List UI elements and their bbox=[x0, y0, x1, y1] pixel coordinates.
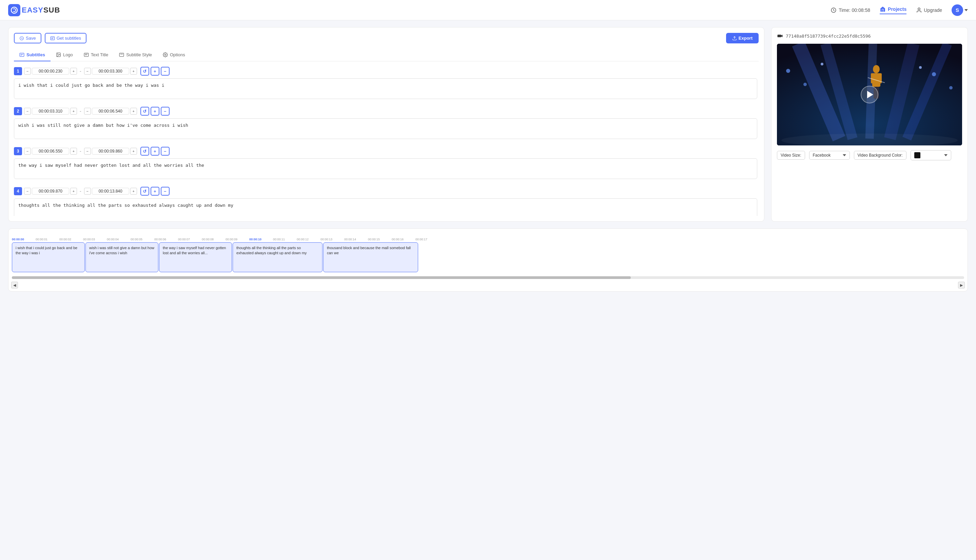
timeline-scrollbar[interactable] bbox=[12, 276, 964, 279]
end-decrease-btn[interactable]: − bbox=[84, 188, 91, 195]
start-time-control: − + bbox=[24, 148, 77, 155]
start-time-input[interactable] bbox=[32, 148, 69, 155]
timeline-track[interactable]: thousand block and because the mall some… bbox=[323, 242, 418, 272]
svg-point-37 bbox=[932, 72, 936, 76]
start-decrease-btn[interactable]: − bbox=[24, 148, 31, 155]
subtitle-timing-row: 3 − + - − + ↺ + − bbox=[14, 147, 757, 156]
end-time-input[interactable] bbox=[92, 108, 129, 115]
start-increase-btn[interactable]: + bbox=[70, 148, 77, 155]
avatar-letter: S bbox=[956, 7, 959, 13]
subtitle-list: 1 − + - − + ↺ + − i wish that i could ju… bbox=[14, 67, 759, 216]
timeline-track-text: wish i was still not give a damn but how… bbox=[89, 245, 155, 256]
logo-text: EASYSUB bbox=[22, 6, 60, 15]
logo[interactable]: EASYSUB bbox=[8, 4, 60, 16]
refresh-timing-btn[interactable]: ↺ bbox=[140, 107, 149, 116]
timeline-nav-left[interactable]: ◀ bbox=[11, 282, 18, 288]
video-size-label-text: Video Size: bbox=[781, 153, 801, 158]
start-increase-btn[interactable]: + bbox=[70, 188, 77, 195]
get-subtitles-label: Get subtitles bbox=[57, 36, 81, 41]
remove-subtitle-btn[interactable]: − bbox=[161, 107, 170, 116]
end-time-input[interactable] bbox=[92, 188, 129, 195]
svg-point-36 bbox=[803, 83, 807, 86]
ruler-mark: 00:00:06 bbox=[154, 238, 178, 241]
logo-tab-icon bbox=[56, 52, 61, 57]
end-decrease-btn[interactable]: − bbox=[84, 148, 91, 155]
video-bg-color-select[interactable] bbox=[911, 150, 951, 160]
remove-subtitle-btn[interactable]: − bbox=[161, 187, 170, 196]
svg-point-0 bbox=[11, 7, 17, 13]
subtitles-icon bbox=[50, 36, 55, 41]
subtitle-number: 1 bbox=[14, 67, 22, 75]
subtitle-item: 3 − + - − + ↺ + − the way i saw myself h… bbox=[14, 147, 757, 180]
video-size-select[interactable]: Facebook bbox=[809, 151, 850, 160]
start-decrease-btn[interactable]: − bbox=[24, 68, 31, 75]
subtitle-textarea[interactable]: the way i saw myself had never gotten lo… bbox=[14, 158, 757, 179]
subtitle-item: 4 − + - − + ↺ + − thoughts all the think… bbox=[14, 187, 757, 216]
play-button[interactable] bbox=[861, 86, 878, 103]
end-increase-btn[interactable]: + bbox=[130, 68, 137, 75]
color-select-chevron-icon bbox=[944, 154, 948, 156]
start-decrease-btn[interactable]: − bbox=[24, 108, 31, 115]
ruler-mark: 00:00:15 bbox=[368, 238, 392, 241]
end-time-control: − + bbox=[84, 68, 137, 75]
end-decrease-btn[interactable]: − bbox=[84, 108, 91, 115]
subtitle-number: 3 bbox=[14, 147, 22, 155]
end-time-input[interactable] bbox=[92, 68, 129, 75]
refresh-timing-btn[interactable]: ↺ bbox=[140, 67, 149, 76]
start-time-input[interactable] bbox=[32, 188, 69, 195]
video-id: 77148a8f5187739c4fcc22e5fd8c5596 bbox=[777, 33, 962, 39]
save-icon bbox=[19, 36, 24, 41]
add-subtitle-btn[interactable]: + bbox=[150, 147, 159, 156]
timeline-ruler: 00:00:0000:00:0100:00:0200:00:0300:00:04… bbox=[8, 233, 968, 241]
subtitle-textarea[interactable]: wish i was still not give a damn but how… bbox=[14, 118, 757, 139]
end-increase-btn[interactable]: + bbox=[130, 188, 137, 195]
timeline-track[interactable]: wish i was still not give a damn but how… bbox=[85, 242, 158, 272]
ruler-mark: 00:00:17 bbox=[415, 238, 439, 241]
refresh-timing-btn[interactable]: ↺ bbox=[140, 187, 149, 196]
video-id-text: 77148a8f5187739c4fcc22e5fd8c5596 bbox=[786, 33, 871, 38]
ruler-mark: 00:00:12 bbox=[297, 238, 320, 241]
get-subtitles-button[interactable]: Get subtitles bbox=[45, 33, 87, 43]
timeline-track[interactable]: thoughts all the thinking all the parts … bbox=[233, 242, 322, 272]
add-subtitle-btn[interactable]: + bbox=[150, 67, 159, 76]
start-increase-btn[interactable]: + bbox=[70, 108, 77, 115]
start-time-control: − + bbox=[24, 188, 77, 195]
user-avatar[interactable]: S bbox=[952, 4, 963, 16]
tab-text-title[interactable]: Text Title bbox=[78, 49, 113, 62]
video-player[interactable] bbox=[777, 44, 962, 145]
tab-logo[interactable]: Logo bbox=[50, 49, 78, 62]
svg-marker-20 bbox=[781, 35, 783, 37]
remove-subtitle-btn[interactable]: − bbox=[161, 67, 170, 76]
save-button[interactable]: Save bbox=[14, 33, 42, 43]
start-time-input[interactable] bbox=[32, 68, 69, 75]
tab-subtitles[interactable]: Subtitles bbox=[14, 49, 50, 62]
toolbar-left: Save Get subtitles bbox=[14, 33, 87, 43]
add-subtitle-btn[interactable]: + bbox=[150, 187, 159, 196]
timeline-scrollbar-container bbox=[8, 275, 968, 282]
tab-subtitle-style[interactable]: Subtitle Style bbox=[113, 49, 157, 62]
tab-options[interactable]: Options bbox=[157, 49, 190, 62]
end-increase-btn[interactable]: + bbox=[130, 108, 137, 115]
export-button[interactable]: Export bbox=[726, 33, 759, 43]
start-time-input[interactable] bbox=[32, 108, 69, 115]
remove-subtitle-btn[interactable]: − bbox=[161, 147, 170, 156]
end-increase-btn[interactable]: + bbox=[130, 148, 137, 155]
svg-point-38 bbox=[949, 86, 953, 90]
timeline-track[interactable]: the way i saw myself had never gotten lo… bbox=[159, 242, 232, 272]
ruler-mark: 00:00:05 bbox=[130, 238, 154, 241]
timeline-track[interactable]: i wish that i could just go back and be … bbox=[12, 242, 85, 272]
timeline-scrollbar-thumb[interactable] bbox=[12, 276, 631, 279]
refresh-timing-btn[interactable]: ↺ bbox=[140, 147, 149, 156]
end-decrease-btn[interactable]: − bbox=[84, 68, 91, 75]
subtitle-textarea[interactable]: thoughts all the thinking all the parts … bbox=[14, 198, 757, 216]
subtitle-textarea[interactable]: i wish that i could just go back and be … bbox=[14, 78, 757, 99]
end-time-input[interactable] bbox=[92, 148, 129, 155]
projects-nav[interactable]: Projects bbox=[880, 6, 906, 14]
upgrade-button[interactable]: Upgrade bbox=[916, 7, 942, 13]
timeline-nav-right[interactable]: ▶ bbox=[958, 282, 965, 288]
subtitle-item: 2 − + - − + ↺ + − wish i was still not g… bbox=[14, 107, 757, 140]
start-decrease-btn[interactable]: − bbox=[24, 188, 31, 195]
timeline-panel: 00:00:0000:00:0100:00:0200:00:0300:00:04… bbox=[8, 228, 968, 292]
add-subtitle-btn[interactable]: + bbox=[150, 107, 159, 116]
start-increase-btn[interactable]: + bbox=[70, 68, 77, 75]
